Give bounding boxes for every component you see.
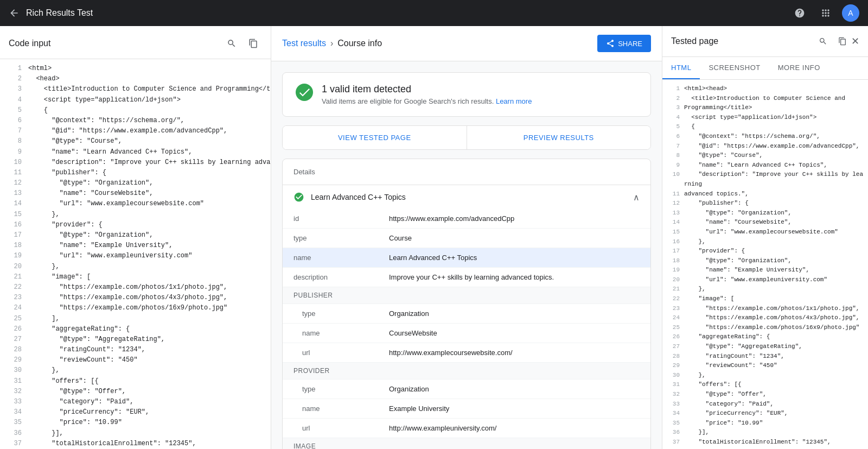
code-line: 11 "publisher": { <box>0 168 271 178</box>
line-number: 9 <box>7 147 22 157</box>
search-button[interactable] <box>223 35 240 52</box>
right-code-line: 11advanced topics.", <box>662 189 868 199</box>
line-content: "price": "10.99" <box>28 418 122 428</box>
right-line-number: 36 <box>667 428 680 438</box>
right-line-content: "@context": "https://schema.org/", <box>684 132 820 142</box>
share-button[interactable]: SHARE <box>597 35 651 52</box>
valid-count: 1 valid item detected <box>322 84 532 95</box>
property-value: http://www.exampleuniversity.com/ <box>380 419 650 438</box>
property-section: publisher <box>283 287 650 304</box>
line-number: 35 <box>7 418 22 428</box>
property-value: Organization <box>380 380 650 399</box>
help-icon[interactable] <box>790 3 809 23</box>
apps-icon[interactable] <box>816 3 835 23</box>
right-panel-actions <box>814 33 851 50</box>
valid-icon <box>296 84 313 101</box>
line-number: 37 <box>7 439 22 449</box>
detected-item-label: Learn Advanced C++ Topics <box>311 193 627 201</box>
right-line-content: "reviewCount": "450" <box>684 361 777 371</box>
right-line-content: "offers": [{ <box>684 380 742 390</box>
line-content: "provider": { <box>28 220 103 230</box>
property-row: urlhttp://www.exampleuniversity.com/ <box>283 419 650 438</box>
line-number: 29 <box>7 355 22 365</box>
main-layout: Code input 1<html>2 <head>3 <title>Intro… <box>0 26 868 449</box>
user-avatar[interactable]: A <box>842 4 859 22</box>
line-number: 11 <box>7 168 22 178</box>
code-line: 21 "image": [ <box>0 272 271 282</box>
line-number: 20 <box>7 262 22 272</box>
results-content: 1 valid item detected Valid items are el… <box>271 61 662 449</box>
right-line-number: 16 <box>667 237 680 247</box>
code-line: 1<html> <box>0 64 271 74</box>
line-number: 17 <box>7 230 22 241</box>
copy-button[interactable] <box>245 35 262 52</box>
left-panel-header: Code input <box>0 26 271 59</box>
right-line-number: 4 <box>667 113 680 123</box>
code-line: 6 "@context": "https://schema.org/", <box>0 116 271 126</box>
right-code-line: 28 "ratingCount": "1234", <box>662 352 868 362</box>
right-code-line: 10 "description": "Improve your C++ skil… <box>662 170 868 189</box>
right-line-number: 2 <box>667 94 680 104</box>
right-copy-button[interactable] <box>834 33 851 50</box>
property-value: Organization <box>380 304 650 323</box>
right-line-number: 12 <box>667 199 680 208</box>
right-line-number: 37 <box>667 438 680 447</box>
right-line-content: "url": "www.exampleuniversity.com" <box>684 275 827 285</box>
line-content: "description": "Improve your C++ skills … <box>28 157 271 168</box>
right-code-line: 34 "priceCurrency": "EUR", <box>662 409 868 419</box>
code-line: 36 }], <box>0 428 271 439</box>
right-code-line: 26 "aggregateRating": { <box>662 332 868 342</box>
line-number: 13 <box>7 188 22 199</box>
breadcrumb: Test results › Course info <box>282 39 382 48</box>
right-line-number: 7 <box>667 142 680 151</box>
breadcrumb-link[interactable]: Test results <box>282 39 326 48</box>
property-value: https://www.example.com/advancedCpp <box>380 209 650 228</box>
line-number: 4 <box>7 95 22 105</box>
line-content: "reviewCount": "450" <box>28 355 138 365</box>
right-search-button[interactable] <box>814 33 832 50</box>
line-content: }, <box>28 210 60 220</box>
right-code-line: 5 { <box>662 122 868 132</box>
right-code-line: 37 "totalHistoricalEnrollment": "12345", <box>662 438 868 447</box>
learn-more-link[interactable]: Learn more <box>496 97 532 105</box>
property-name: url <box>283 419 380 438</box>
right-line-number: 34 <box>667 409 680 419</box>
right-code-line: 18 "@type": "Organization", <box>662 256 868 266</box>
right-code-line: 31 "offers": [{ <box>662 380 868 390</box>
right-line-number: 22 <box>667 294 680 304</box>
right-line-content: "@type": "Organization", <box>684 208 792 218</box>
tab-html[interactable]: HTML <box>662 57 700 79</box>
tab-screenshot[interactable]: SCREENSHOT <box>700 57 769 79</box>
right-line-number: 35 <box>667 419 680 428</box>
view-buttons: VIEW TESTED PAGE PREVIEW RESULTS <box>282 125 651 150</box>
right-code-line: 29 "reviewCount": "450" <box>662 361 868 371</box>
right-line-content: "https://example.com/photos/4x3/photo.jp… <box>684 313 859 323</box>
right-line-content: "name": "Example University", <box>684 265 809 275</box>
property-name: url <box>283 343 380 362</box>
code-area: 1<html>2 <head>3 <title>Introduction to … <box>0 59 271 449</box>
property-section: image <box>283 438 650 449</box>
close-button[interactable]: ✕ <box>851 35 859 47</box>
right-line-number: 10 <box>667 170 680 189</box>
line-number: 36 <box>7 428 22 439</box>
detected-item-header[interactable]: Learn Advanced C++ Topics ∧ <box>283 185 650 209</box>
property-value: http://www.examplecoursewebsite.com/ <box>380 343 650 362</box>
right-code-line: 36 }], <box>662 428 868 438</box>
back-button[interactable] <box>9 8 20 18</box>
right-line-content: "https://example.com/photos/1x1/photo.jp… <box>684 304 859 314</box>
view-tested-page-button[interactable]: VIEW TESTED PAGE <box>283 126 467 149</box>
line-number: 28 <box>7 345 22 355</box>
right-line-content: "@type": "Course", <box>684 151 763 161</box>
right-line-content: "url": "www.examplecoursewebsite.com" <box>684 227 838 237</box>
right-line-content: "priceCurrency": "EUR", <box>684 409 788 419</box>
preview-results-button[interactable]: PREVIEW RESULTS <box>467 126 651 149</box>
left-panel-actions <box>223 35 262 52</box>
line-number: 27 <box>7 334 22 345</box>
right-line-number: 33 <box>667 400 680 409</box>
right-panel-title: Tested page <box>671 36 814 46</box>
right-code-line: 7 "@id": "https://www.example.com/advanc… <box>662 142 868 151</box>
right-line-number: 8 <box>667 151 680 161</box>
line-number: 33 <box>7 397 22 407</box>
tab-more-info[interactable]: MORE INFO <box>769 57 829 79</box>
tabs: HTMLSCREENSHOTMORE INFO <box>662 57 868 80</box>
